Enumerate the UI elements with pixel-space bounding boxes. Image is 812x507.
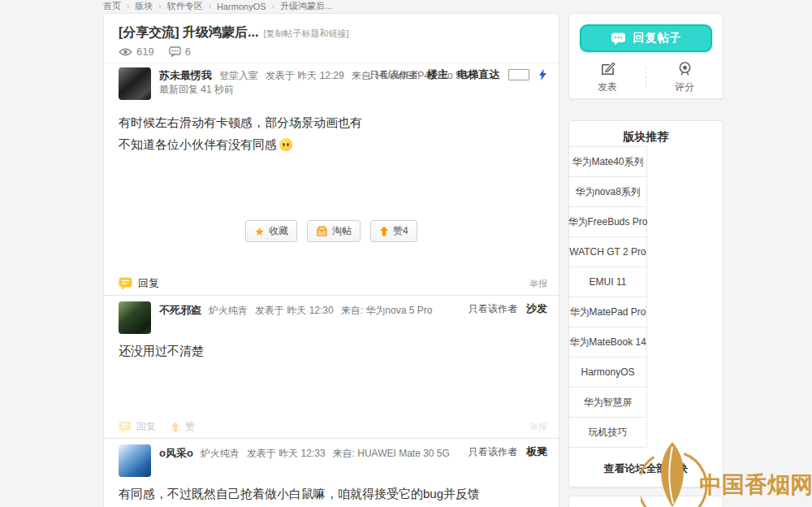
smiley-emoji-icon [279,138,292,151]
sidebar-partial-card [568,496,723,507]
star-icon: ★ [254,227,265,236]
breadcrumb: 首页 › 版块 › 软件专区 › HarmonyOS › 升级鸿蒙后... [103,0,332,12]
speech-bubble-icon [611,32,626,46]
collect-label: 淘帖 [332,224,352,238]
post-actions: ★ 收藏 淘帖 赞4 [104,220,559,242]
thread-title: [分享交流] 升级鸿蒙后...[复制帖子标题和链接] [119,24,349,41]
breadcrumb-separator: › [127,2,129,11]
reply-time: 发表于 昨天 12:33 [247,447,326,461]
view-count: 619 [136,46,154,58]
sidebar-actions-card: 回复帖子 发表 评分 [568,13,723,99]
board-item-watch-gt2-pro[interactable]: WATCH GT 2 Pro [568,236,647,267]
reply-footer-like-button[interactable]: 赞 [171,420,195,434]
rate-label: 评分 [675,80,694,94]
rate-button[interactable]: 评分 [646,60,723,94]
dotted-divider [104,295,559,296]
reply-username[interactable]: 不死邪盗 [159,303,201,318]
copy-title-link[interactable]: [复制帖子标题和链接] [263,28,348,38]
like-label: 赞4 [393,224,408,238]
thread-stats: 619 6 [119,46,191,58]
like-button[interactable]: 赞4 [370,220,417,242]
reply-footer-reply-label: 回复 [136,420,156,434]
publish-label: 发表 [598,80,617,94]
thread-card: [分享交流] 升级鸿蒙后...[复制帖子标题和链接] 619 6 苏未最愣我 登… [103,13,559,507]
comment-count: 6 [185,46,191,58]
breadcrumb-boards[interactable]: 版块 [135,0,153,12]
jump-icon[interactable] [538,69,547,80]
favorite-button[interactable]: ★ 收藏 [245,220,297,242]
reply-time: 发表于 昨天 12:30 [255,304,334,318]
board-item-smart-screen[interactable]: 华为智慧屏 [568,387,647,418]
thread-title-text: [分享交流] 升级鸿蒙后... [119,25,258,39]
breadcrumb-current-thread: 升级鸿蒙后... [280,0,332,12]
breadcrumb-home[interactable]: 首页 [103,0,121,12]
floor-label-bench[interactable]: 板凳 [526,444,547,459]
board-item-matebook14[interactable]: 华为MateBook 14 [568,327,647,358]
collect-button[interactable]: 淘帖 [307,220,361,242]
post-user-rank: 登堂入室 [219,69,258,83]
elevator-floor-input[interactable] [508,69,529,80]
breadcrumb-separator: › [272,2,274,11]
forum-thread-page: 首页 › 版块 › 软件专区 › HarmonyOS › 升级鸿蒙后... [分… [0,0,812,507]
upvote-arrow-icon [379,226,389,236]
reply-bubble-icon [119,277,132,290]
board-list: 华为Mate40系列 华为nova8系列 华为FreeBuds Pro WATC… [568,147,647,448]
reply-device: 来自: 华为nova 5 Pro [341,304,433,318]
reply-footer: 回复 赞 举报 [119,420,547,434]
avatar[interactable] [119,301,151,334]
board-item-emui11[interactable]: EMUI 11 [568,266,647,297]
reply-thread-label: 回复帖子 [633,31,682,46]
reply-meta: 不死邪盗 炉火纯青 发表于 昨天 12:30 来自: 华为nova 5 Pro [159,303,432,318]
breadcrumb-software-zone[interactable]: 软件专区 [167,0,203,12]
reply-username[interactable]: o风采o [159,446,193,461]
only-author-link[interactable]: 只看该作者 [469,445,517,459]
reply-thread-button[interactable]: 回复帖子 [580,24,712,52]
breadcrumb-separator: › [158,2,161,11]
post-time: 发表于 昨天 12:29 [266,69,344,83]
reply-content: 还没用过不清楚 [119,344,204,359]
elevator-link[interactable]: 电梯直达 [457,67,499,82]
panel-title: 版块推荐 [569,130,723,145]
reply-footer-reply-button[interactable]: 回复 [119,420,156,434]
reply-section-label: 回复 [138,276,159,291]
reply-header-right: 只看该作者 沙发 [469,301,547,316]
post-content-line2: 不知道各位小伙伴有没有同感 [119,137,277,151]
board-item-nova8[interactable]: 华为nova8系列 [568,176,647,207]
sidebar-quick-actions: 发表 评分 [569,60,723,94]
floor-label-sofa[interactable]: 沙发 [526,301,547,316]
only-author-link[interactable]: 只看该作者 [469,302,517,316]
board-item-mate40[interactable]: 华为Mate40系列 [568,146,647,177]
report-link[interactable]: 举报 [529,421,547,433]
dotted-divider [104,438,559,439]
view-all-boards-link[interactable]: 查看论坛全部版块 [569,462,723,476]
collect-box-icon [316,226,328,236]
board-item-harmonyos[interactable]: HarmonyOS [568,357,647,388]
avatar[interactable] [119,67,151,100]
favorite-label: 收藏 [269,224,288,238]
reply-section-bar: 回复 举报 [119,276,547,291]
report-link[interactable]: 举报 [529,278,547,290]
divider [104,63,559,63]
reply-section-left: 回复 [119,276,159,291]
comments-icon [169,46,181,57]
breadcrumb-harmonyos[interactable]: HarmonyOS [217,2,266,11]
post-content-line1: 有时候左右滑动有卡顿感，部分场景动画也有 [119,111,362,133]
reply-meta: o风采o 炉火纯青 发表于 昨天 12:33 来自: HUAWEI Mate 3… [159,446,450,461]
post-content: 有时候左右滑动有卡顿感，部分场景动画也有 不知道各位小伙伴有没有同感 [119,111,362,155]
publish-button[interactable]: 发表 [569,60,646,94]
reply-user-rank: 炉火纯青 [209,304,248,318]
board-item-matepad-pro[interactable]: 华为MatePad Pro [568,297,647,327]
reply-device: 来自: HUAWEI Mate 30 5G [333,447,450,461]
only-author-link[interactable]: 只看该作者 [369,68,418,82]
reply-user-rank: 炉火纯青 [201,447,240,461]
post-username[interactable]: 苏未最愣我 [159,68,212,83]
board-item-freebuds-pro[interactable]: 华为FreeBuds Pro [568,206,647,237]
upvote-arrow-icon [171,422,180,432]
compose-icon [600,61,615,76]
views-icon [119,47,132,57]
floor-label-op[interactable]: 楼主 [427,67,448,82]
reply-header-right: 只看该作者 板凳 [469,444,547,459]
avatar[interactable] [119,444,151,477]
board-item-tips[interactable]: 玩机技巧 [568,417,647,448]
reply-bubble-icon [119,421,132,433]
